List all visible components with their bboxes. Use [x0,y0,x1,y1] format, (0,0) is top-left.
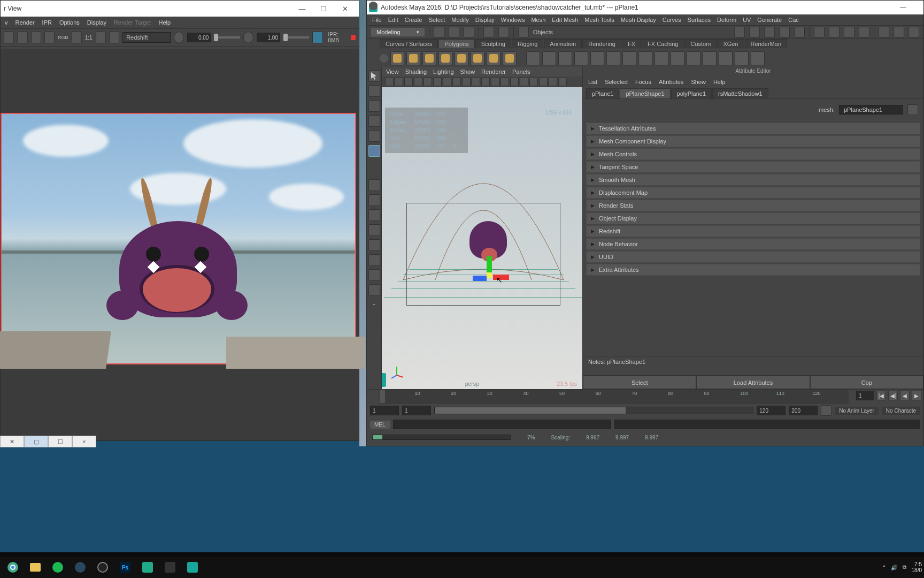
menu-modify[interactable]: Modify [451,17,468,23]
tray-network-icon[interactable]: ⧉ [903,564,906,571]
tab-thumb[interactable]: ▢ [24,436,48,447]
range-vis-start-field[interactable] [402,406,431,415]
layout-custom-icon[interactable] [368,284,380,296]
layout-single-icon[interactable] [368,179,380,191]
select-tool-icon[interactable] [368,70,380,82]
shelf-tab[interactable]: Rendering [582,39,621,48]
focus-node-icon[interactable] [907,104,918,115]
vp-tool-icon[interactable] [558,78,567,86]
menu-meshdisplay[interactable]: Mesh Display [621,17,656,23]
menu-item[interactable]: Help [158,19,171,26]
select-mode-icon[interactable] [518,27,529,37]
zbrush-icon[interactable] [160,559,180,576]
play-fwd-icon[interactable]: ▶ [912,391,921,400]
reset-exposure-icon[interactable] [243,32,253,43]
refresh-icon[interactable] [174,32,184,43]
vp-menu-show[interactable]: Show [460,69,475,75]
copy-button[interactable]: Cop [810,376,923,389]
poly-cylinder-icon[interactable] [422,51,436,65]
vp-tool-icon[interactable] [443,78,451,86]
menu-edit[interactable]: Edit [388,17,398,23]
poly-tool-icon[interactable] [735,51,749,65]
objects-label[interactable]: Objects [533,29,553,35]
attr-section[interactable]: Node Behavior [586,238,920,250]
exposure-b-input[interactable] [257,33,280,42]
poly-tool-icon[interactable] [526,51,540,65]
vp-tool-icon[interactable] [491,78,499,86]
snapshot-icon[interactable] [44,32,55,43]
close-button[interactable]: ✕ [334,5,356,13]
poly-tool-icon[interactable] [622,51,636,65]
minimize-button[interactable]: — [291,5,313,13]
attr-section[interactable]: Tangent Space [586,161,920,173]
renderer-dropdown[interactable]: Redshift [122,32,171,43]
shelf-tab[interactable]: Curves / Surfaces [380,39,438,48]
menu-deform[interactable]: Deform [717,17,736,23]
zoom-icon[interactable] [96,32,106,43]
attr-notes[interactable]: Notes: pPlaneShape1 [583,356,923,375]
range-vis-end-field[interactable] [757,406,786,415]
shelf-tab[interactable]: FX [622,39,641,48]
exposure-a-slider[interactable] [214,36,240,39]
open-scene-icon[interactable] [449,27,459,37]
tray-chevron-icon[interactable]: ˄ [883,565,886,571]
attr-tab[interactable]: polyPlane1 [671,88,712,98]
anim-layer-dropdown[interactable]: No Anim Layer [835,407,879,415]
snap-plane-icon[interactable] [779,27,790,37]
attr-section[interactable]: Mesh Controls [586,148,920,160]
scale-center-handle[interactable] [487,272,492,278]
vp-tool-icon[interactable] [414,78,422,86]
shelf-tab[interactable]: Animation [544,39,582,48]
vp-tool-icon[interactable] [452,78,461,86]
redo-icon[interactable] [498,27,509,37]
save-icon[interactable] [109,32,119,43]
attr-menu-item[interactable]: Selected [605,79,628,85]
vp-menu-view[interactable]: View [386,69,399,75]
layout-custom-icon[interactable] [368,254,380,266]
attr-menu-item[interactable]: Show [691,79,706,85]
tab-x[interactable]: × [72,436,96,447]
explorer-icon[interactable] [26,559,45,576]
snap-curve-icon[interactable] [749,27,760,37]
record-icon[interactable] [351,35,356,40]
time-slider[interactable]: 102030405060708090100110120 [379,390,849,404]
range-start-field[interactable] [370,406,399,415]
attr-tab[interactable]: pPlane1 [586,88,619,98]
vp-tool-icon[interactable] [529,78,538,86]
attr-section[interactable]: Render Stats [586,200,920,211]
photoshop-icon[interactable]: Ps [116,559,135,576]
clock-date[interactable]: 18/0 [912,567,922,573]
vp-menu-shading[interactable]: Shading [405,69,427,75]
shelf-gear-icon[interactable] [369,2,378,10]
poly-pipe-icon[interactable] [503,51,517,65]
attr-section[interactable]: UUID [586,251,920,263]
range-opts-icon[interactable] [821,405,831,416]
poly-tool-icon[interactable] [703,51,717,65]
render-region-icon[interactable] [31,32,41,43]
collapse-icon[interactable]: - [368,299,380,311]
minimize-button[interactable]: — [900,4,921,11]
attr-section[interactable]: Redshift [586,225,920,237]
character-dropdown[interactable]: No Characte [882,407,920,415]
menu-display[interactable]: Display [475,17,495,23]
mel-label[interactable]: MEL [370,421,390,429]
poly-tool-icon[interactable] [590,51,604,65]
attr-menu-item[interactable]: List [588,79,597,85]
hypershade-icon[interactable] [859,27,869,37]
layout-custom-icon[interactable] [368,224,380,236]
poly-tool-icon[interactable] [558,51,572,65]
menu-item[interactable]: Options [59,19,80,26]
mesh-name-field[interactable]: pPlaneShape1 [839,105,903,115]
menu-item[interactable]: Render [16,19,35,26]
poly-plane-icon[interactable] [455,51,468,65]
poly-cone-icon[interactable] [438,51,452,65]
poly-tool-icon[interactable] [638,51,652,65]
mode-selector[interactable]: Modeling [371,28,425,36]
maya-taskbar-icon[interactable] [183,559,202,576]
attr-menu-item[interactable]: Focus [635,79,651,85]
ipr-icon[interactable] [829,27,840,37]
app-icon[interactable] [138,559,157,576]
attr-menu-item[interactable]: Attributes [659,79,683,85]
vp-menu-renderer[interactable]: Renderer [481,69,506,75]
poly-prism-icon[interactable] [487,51,500,65]
